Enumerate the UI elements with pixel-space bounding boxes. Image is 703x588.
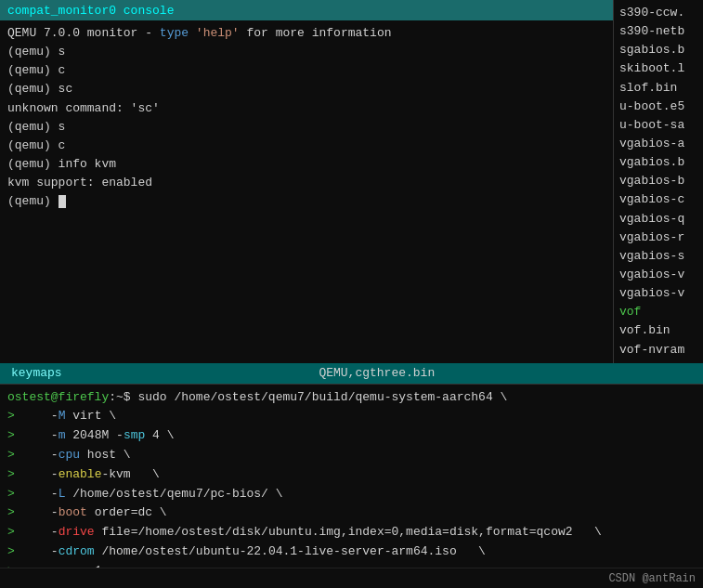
bottom-terminal-line: > -drive file=/home/ostest/disk/ubuntu.i… <box>7 523 696 542</box>
file-item: s390-netb <box>619 22 697 41</box>
status-center: QEMU,cgthree.bin <box>62 366 692 380</box>
terminal-line: QEMU 7.0.0 monitor - type 'help' for mor… <box>7 24 605 43</box>
bottom-terminal-line: > -cpu host \ <box>7 446 696 465</box>
file-item: vgabios-c <box>619 190 697 209</box>
file-item: vof <box>619 303 697 321</box>
status-left: keymaps <box>11 366 62 380</box>
terminal-title: compat_monitor0 console <box>7 4 174 18</box>
bottom-terminal-line: > -M virt \ <box>7 407 696 426</box>
bottom-terminal-line: > -L /home/ostest/qemu7/pc-bios/ \ <box>7 485 696 504</box>
file-item: vgabios-r <box>619 229 697 247</box>
terminal-line: kvm support: enabled <box>7 174 605 192</box>
bottom-footer: CSDN @antRain <box>0 568 703 588</box>
file-item: sgabios.b <box>619 41 697 59</box>
terminal-line: (qemu) c <box>7 61 605 80</box>
file-item: vof-nvram <box>619 341 697 359</box>
file-item: vgabios-v <box>619 266 697 284</box>
file-item: skiboot.l <box>619 59 697 78</box>
qemu-monitor-terminal[interactable]: compat_monitor0 console QEMU 7.0.0 monit… <box>0 0 613 363</box>
file-item: s390-ccw. <box>619 4 697 22</box>
status-bar: keymaps QEMU,cgthree.bin <box>0 363 703 384</box>
terminal-line: (qemu) <box>7 192 605 211</box>
terminal-content: QEMU 7.0.0 monitor - type 'help' for mor… <box>0 20 613 363</box>
terminal-line: (qemu) s <box>7 43 605 61</box>
terminal-line: (qemu) s <box>7 118 605 137</box>
file-item: vgabios.b <box>619 153 697 172</box>
bottom-terminal-line: > -enable-kvm \ <box>7 465 696 485</box>
bottom-terminal-line: > -boot order=dc \ <box>7 503 696 523</box>
file-item: vgabios-q <box>619 210 697 229</box>
bottom-terminal[interactable]: ostest@firefly:~$ sudo /home/ostest/qemu… <box>0 384 703 568</box>
file-item: u-boot-sa <box>619 116 697 135</box>
file-item: vgabios-a <box>619 135 697 153</box>
terminal-line: (qemu) c <box>7 137 605 155</box>
file-item: vgabios-b <box>619 172 697 190</box>
file-list-panel: s390-ccw.s390-netbsgabios.bskiboot.lslof… <box>613 0 703 363</box>
terminal-line: (qemu) sc <box>7 80 605 98</box>
terminal-titlebar: compat_monitor0 console <box>0 0 613 20</box>
file-item: slof.bin <box>619 79 697 98</box>
top-section: compat_monitor0 console QEMU 7.0.0 monit… <box>0 0 703 363</box>
file-item: vof.bin <box>619 321 697 340</box>
file-item: vgabios-v <box>619 284 697 303</box>
file-item: vgabios-s <box>619 247 697 266</box>
terminal-line: (qemu) info kvm <box>7 155 605 174</box>
bottom-terminal-line: > -cdrom /home/ostest/ubuntu-22.04.1-liv… <box>7 542 696 562</box>
bottom-terminal-line: > -m 2048M -smp 4 \ <box>7 426 696 446</box>
terminal-line: unknown command: 'sc' <box>7 99 605 118</box>
file-item: u-boot.e5 <box>619 98 697 116</box>
footer-text: CSDN @antRain <box>608 572 696 585</box>
bottom-terminal-line: ostest@firefly:~$ sudo /home/ostest/qemu… <box>7 388 696 408</box>
